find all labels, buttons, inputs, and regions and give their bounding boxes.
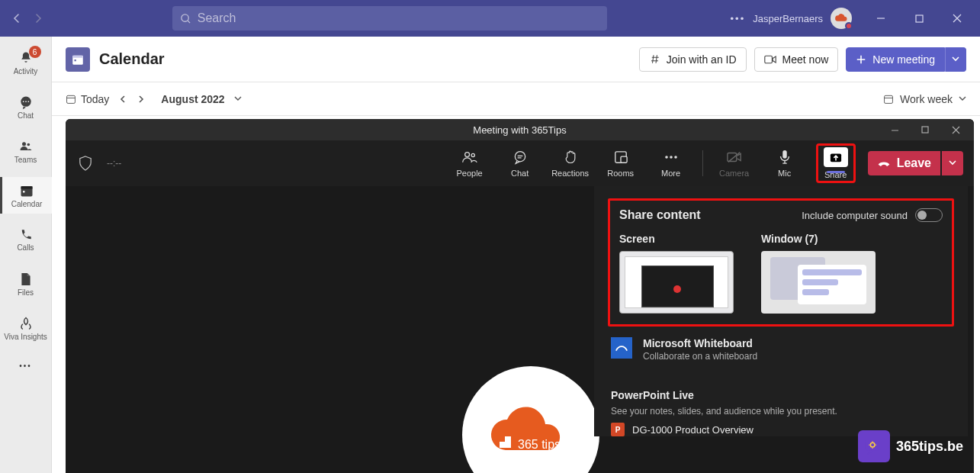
leave-dropdown[interactable] [942,151,963,175]
hand-icon [561,149,580,166]
svg-rect-42 [500,436,505,442]
phone-icon [19,228,33,242]
svg-rect-17 [75,60,76,61]
minimize-button[interactable] [864,7,898,30]
include-sound-label: Include computer sound [802,210,908,221]
search-icon [180,13,191,24]
svg-rect-14 [23,191,25,193]
next-period[interactable] [137,95,146,104]
svg-rect-37 [728,153,737,162]
meeting-minimize[interactable] [879,119,910,140]
svg-rect-21 [885,95,893,103]
svg-point-29 [515,152,525,162]
camera-button[interactable]: Camera [715,149,753,178]
page-title: Calendar [99,50,165,68]
share-window-option[interactable] [761,251,876,314]
people-icon [461,149,479,166]
people-button[interactable]: People [451,149,489,178]
watermark-icon [858,430,890,462]
rail-calendar[interactable]: Calendar [0,177,52,214]
svg-point-35 [670,156,673,159]
shield-icon[interactable] [76,154,95,172]
calendar-rail-icon [19,183,34,198]
svg-line-1 [188,21,190,23]
plus-icon [856,54,866,65]
calendar-small-icon [66,94,76,105]
svg-rect-33 [621,156,627,162]
more-button[interactable]: More [652,149,690,178]
svg-point-9 [27,101,29,102]
svg-point-11 [27,143,30,146]
window-label: Window (7) [761,233,876,245]
meeting-maximize[interactable] [910,119,940,140]
app-rail: 6 Activity Chat Teams Calendar Calls Fil… [0,37,52,473]
svg-text:365 tips: 365 tips [518,438,561,451]
svg-point-27 [464,153,469,157]
ppt-live-subtitle: See your notes, slides, and audience whi… [611,406,951,417]
svg-point-7 [22,101,24,102]
file-icon [20,272,32,287]
include-sound-toggle[interactable] [915,208,943,222]
svg-rect-19 [67,95,76,103]
month-label: August 2022 [161,93,224,105]
search-input[interactable]: Search [172,6,607,31]
avatar[interactable] [831,8,852,29]
whiteboard-icon [611,337,632,359]
rooms-button[interactable]: Rooms [602,149,640,178]
chevron-down-icon [952,56,959,63]
search-placeholder: Search [198,11,236,25]
meeting-duration: --:-- [107,158,121,169]
forward-button[interactable] [27,8,49,29]
new-meeting-dropdown[interactable] [945,47,966,72]
month-dropdown[interactable] [234,96,242,102]
rail-viva[interactable]: Viva Insights [0,310,52,346]
close-button[interactable] [940,7,974,30]
share-button[interactable]: Share [820,147,852,179]
rail-teams[interactable]: Teams [0,133,52,169]
rail-more[interactable]: ••• [0,354,52,377]
activity-badge: 6 [29,46,41,58]
rail-calls[interactable]: Calls [0,221,52,258]
mic-button[interactable]: Mic [766,149,804,178]
watermark: 365tips.be [858,430,963,462]
svg-rect-3 [916,15,923,22]
meet-now-button[interactable]: Meet now [754,47,839,72]
join-with-id-button[interactable]: Join with an ID [639,47,747,72]
user-name: JasperBernaers [753,13,823,24]
rail-chat[interactable]: Chat [0,88,52,125]
participant-logo: 365 tips [462,366,599,473]
rail-files[interactable]: Files [0,265,52,302]
meeting-window: Meeting with 365Tips --:-- People [66,119,974,473]
ellipsis-icon [662,149,680,166]
prev-period[interactable] [118,95,127,104]
chevron-down-icon [959,96,966,102]
chat-icon [18,95,34,110]
screen-label: Screen [619,233,734,245]
hash-icon [649,53,660,65]
new-meeting-button[interactable]: New meeting [846,47,945,72]
leave-button[interactable]: Leave [868,151,940,175]
svg-rect-16 [72,55,83,57]
rail-activity[interactable]: 6 Activity [0,44,52,81]
back-button[interactable] [6,8,27,29]
svg-line-38 [728,153,739,162]
whiteboard-option[interactable]: Microsoft Whiteboard Collaborate on a wh… [608,327,954,362]
rooms-icon [612,149,630,166]
camera-off-icon [725,149,744,166]
presence-indicator [845,22,853,30]
hangup-icon [877,159,891,168]
today-button[interactable]: Today [66,93,109,105]
maximize-button[interactable] [902,7,936,30]
reactions-button[interactable]: Reactions [551,149,590,178]
meeting-close[interactable] [940,119,971,140]
svg-rect-39 [782,150,786,159]
svg-rect-44 [866,439,880,451]
svg-point-36 [674,156,677,159]
viva-icon [18,316,34,331]
more-menu[interactable]: ••• [731,13,746,24]
view-selector[interactable]: Work week [900,93,953,105]
video-icon [764,55,776,64]
meeting-chat-button[interactable]: Chat [501,149,539,178]
share-screen-option[interactable] [619,251,734,314]
svg-rect-24 [922,127,928,133]
